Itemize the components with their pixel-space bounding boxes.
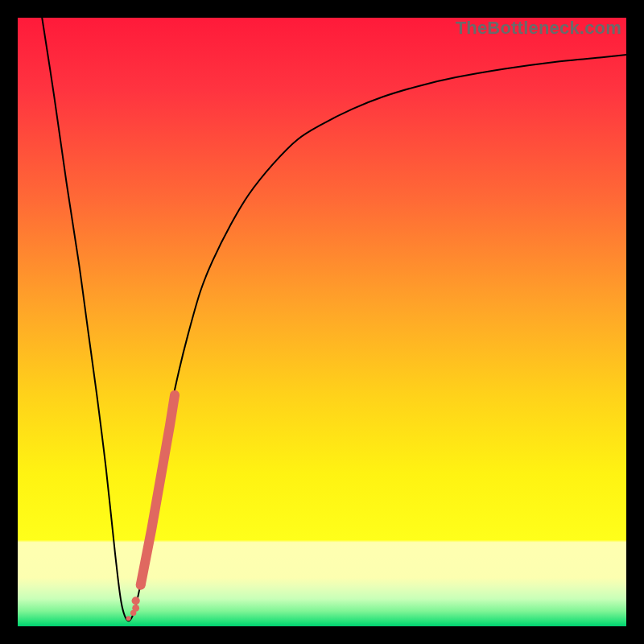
highlight-dot — [132, 605, 139, 612]
watermark-text: TheBottleneck.com — [456, 18, 621, 39]
chart-frame: TheBottleneck.com — [0, 0, 644, 644]
highlight-dot — [126, 616, 131, 621]
plot-area: TheBottleneck.com — [18, 18, 626, 626]
highlight-dot — [132, 597, 140, 605]
highlight-dot — [136, 580, 146, 590]
chart-svg — [18, 18, 626, 626]
gradient-background — [18, 18, 626, 626]
